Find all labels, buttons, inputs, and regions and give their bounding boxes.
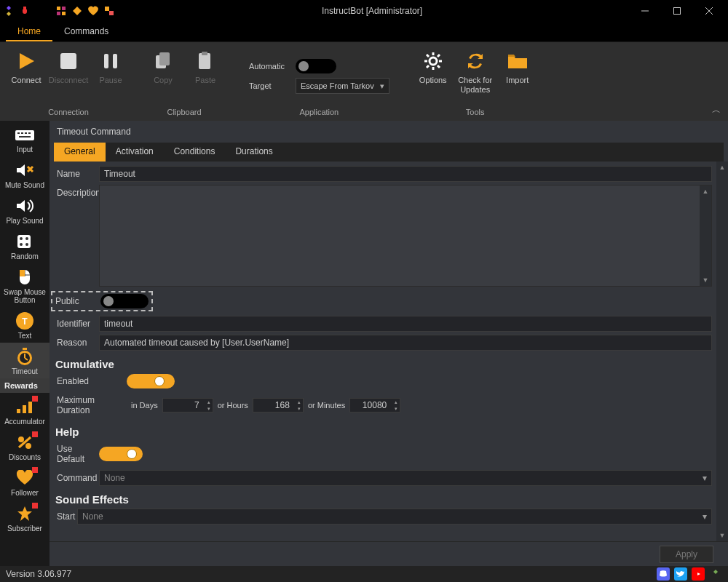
tab-durations[interactable]: Durations: [225, 143, 282, 162]
form-scrollbar[interactable]: ▲▼: [716, 162, 728, 541]
minutes-spinner[interactable]: 10080: [349, 398, 400, 412]
pause-icon: [99, 49, 122, 73]
gear-icon: [422, 49, 445, 73]
apply-button[interactable]: Apply: [660, 546, 713, 563]
identifier-input[interactable]: [99, 316, 712, 332]
automatic-toggle[interactable]: [296, 59, 336, 73]
accumulator-icon: [15, 397, 35, 416]
sidebar-item-text[interactable]: TText: [0, 307, 50, 343]
content: Timeout Command General Activation Condi…: [50, 121, 728, 566]
speaker-icon: [15, 196, 35, 215]
star-icon: [15, 504, 35, 523]
sidebar-item-mute-sound[interactable]: Mute Sound: [0, 156, 50, 192]
disconnect-button[interactable]: Disconnect: [48, 47, 89, 106]
svg-rect-17: [21, 132, 23, 134]
sidebar-item-swap-mouse[interactable]: Swap Mouse Button: [0, 263, 50, 307]
svg-rect-21: [17, 235, 31, 248]
options-label: Options: [419, 76, 447, 85]
target-label: Target: [249, 81, 290, 90]
textarea-scrollbar[interactable]: ▲▼: [700, 186, 711, 286]
svg-point-35: [18, 436, 24, 442]
import-button[interactable]: Import: [497, 47, 538, 106]
stopwatch-icon: [15, 347, 35, 366]
tab-conditions[interactable]: Conditions: [164, 143, 226, 162]
statusbar: Version 3.06.977: [0, 566, 728, 582]
group-application: Application: [299, 106, 339, 116]
discount-icon: [15, 433, 35, 452]
svg-rect-18: [25, 132, 27, 134]
svg-point-22: [20, 237, 23, 240]
start-label: Start: [54, 509, 77, 525]
cumulative-enabled-toggle[interactable]: [127, 374, 175, 388]
description-input[interactable]: ▲▼: [99, 185, 712, 287]
qa-icon-2[interactable]: [71, 5, 83, 17]
public-label: Public: [55, 295, 93, 308]
svg-rect-4: [105, 7, 109, 11]
qa-icon-3[interactable]: [87, 5, 99, 17]
connect-label: Connect: [12, 76, 41, 85]
target-dropdown[interactable]: Escape From Tarkov: [296, 78, 389, 94]
svg-point-24: [20, 243, 23, 246]
mouse-icon: [15, 268, 35, 287]
minimize-button[interactable]: [629, 0, 661, 22]
updates-label: Check for Updates: [458, 76, 492, 95]
start-select[interactable]: None: [77, 509, 712, 525]
version-label: Version 3.06.977: [6, 569, 71, 579]
keyboard-icon: [15, 125, 35, 144]
sidebar-item-subscriber[interactable]: Subscriber: [0, 500, 50, 535]
svg-text:T: T: [22, 316, 28, 327]
sidebar-item-random[interactable]: Random: [0, 228, 50, 263]
bot-icon[interactable]: [709, 567, 722, 581]
command-select[interactable]: None: [99, 470, 712, 486]
folder-icon: [506, 49, 529, 73]
close-button[interactable]: [693, 0, 725, 22]
pause-button[interactable]: Pause: [90, 47, 131, 106]
check-updates-button[interactable]: Check for Updates: [455, 47, 496, 106]
tab-general[interactable]: General: [54, 143, 106, 162]
hours-spinner[interactable]: 168: [253, 398, 304, 412]
reason-input[interactable]: [99, 335, 712, 351]
heart-icon: [15, 469, 35, 487]
sidebar-item-play-sound[interactable]: Play Sound: [0, 192, 50, 228]
tab-activation[interactable]: Activation: [106, 143, 164, 162]
discord-icon[interactable]: [657, 567, 670, 581]
import-label: Import: [506, 76, 529, 85]
plug-icon: [19, 5, 31, 17]
sidebar-item-follower[interactable]: Follower: [0, 464, 50, 500]
group-connection: Connection: [48, 106, 89, 116]
sidebar-item-timeout[interactable]: Timeout: [0, 343, 50, 378]
svg-rect-19: [28, 132, 31, 134]
public-toggle[interactable]: [100, 294, 149, 308]
svg-rect-32: [17, 409, 20, 413]
public-highlight: Public: [51, 291, 153, 311]
qa-icon-4[interactable]: [103, 5, 115, 17]
group-tools: Tools: [466, 106, 485, 116]
options-button[interactable]: Options: [413, 47, 454, 106]
copy-button[interactable]: Copy: [143, 47, 183, 106]
dice-icon: [15, 232, 35, 251]
pause-label: Pause: [99, 76, 122, 85]
or-hours-label: or Hours: [218, 401, 248, 410]
copy-label: Copy: [154, 76, 173, 85]
svg-point-23: [25, 237, 28, 240]
qa-icon-1[interactable]: [55, 5, 67, 17]
sidebar-item-input[interactable]: Input: [0, 121, 50, 156]
titlebar: InstructBot [Administrator]: [0, 0, 728, 22]
youtube-icon[interactable]: [692, 567, 705, 581]
days-spinner[interactable]: 7: [162, 398, 213, 412]
ribbon: Connect Disconnect Pause Connection Copy…: [0, 42, 728, 121]
maximize-button[interactable]: [661, 0, 693, 22]
sidebar: Input Mute Sound Play Sound Random Swap …: [0, 121, 50, 566]
connect-button[interactable]: Connect: [6, 47, 47, 106]
tab-commands[interactable]: Commands: [52, 22, 120, 41]
paste-button[interactable]: Paste: [185, 47, 226, 106]
automatic-label: Automatic: [249, 62, 290, 71]
name-input[interactable]: [99, 166, 712, 182]
tab-home[interactable]: Home: [6, 22, 52, 41]
svg-point-36: [25, 443, 31, 449]
collapse-ribbon-icon[interactable]: ︿: [712, 104, 721, 116]
sidebar-item-accumulator[interactable]: Accumulator: [0, 393, 50, 428]
usedefault-toggle[interactable]: [99, 447, 143, 461]
twitter-icon[interactable]: [674, 567, 687, 581]
sidebar-item-discounts[interactable]: Discounts: [0, 428, 50, 464]
